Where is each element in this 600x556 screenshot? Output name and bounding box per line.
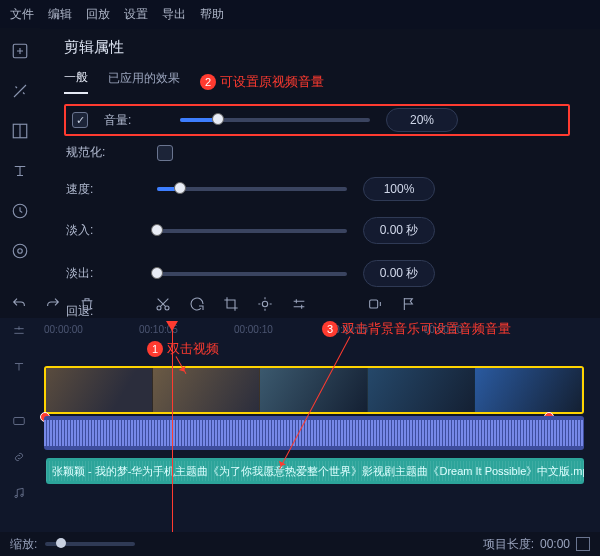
volume-label: 音量:	[104, 112, 164, 129]
redo-icon[interactable]	[44, 295, 62, 313]
zoom-label: 缩放:	[10, 536, 37, 553]
ruler-tick: 00:00:10	[234, 324, 273, 335]
music-track: 张颖颖 - 我的梦-华为手机主题曲《为了你我愿意热爱整个世界》影视剧主题曲《Dr…	[40, 458, 594, 484]
clock-icon[interactable]	[9, 200, 31, 222]
annotation-2-badge: 2	[200, 74, 216, 90]
svg-rect-9	[14, 418, 25, 425]
color-adjust-icon[interactable]	[256, 295, 274, 313]
transition-icon[interactable]	[9, 120, 31, 142]
panel-title: 剪辑属性	[64, 38, 570, 57]
marker-icon[interactable]	[400, 295, 418, 313]
volume-checkbox[interactable]	[72, 112, 88, 128]
timeline: 00:00:00 00:10:05 00:00:10 00:00:15 00:0…	[0, 318, 600, 532]
annotation-1: 1双击视频	[147, 340, 219, 358]
cut-icon[interactable]	[154, 295, 172, 313]
fade-out-label: 淡出:	[66, 265, 141, 282]
more-tools-icon[interactable]	[9, 240, 31, 262]
record-icon[interactable]	[366, 295, 384, 313]
menu-bar: 文件 编辑 回放 设置 导出 帮助	[0, 0, 600, 29]
speed-value[interactable]: 100%	[363, 177, 435, 201]
volume-value[interactable]: 20%	[386, 108, 458, 132]
timeline-toolbar	[10, 290, 590, 318]
delete-icon[interactable]	[78, 295, 96, 313]
zoom-slider[interactable]	[45, 542, 135, 546]
link-track-icon[interactable]	[12, 450, 28, 466]
fit-timeline-icon[interactable]	[576, 537, 590, 551]
music-track-icon[interactable]	[12, 486, 28, 502]
svg-rect-8	[370, 300, 378, 308]
speed-slider[interactable]	[157, 187, 347, 191]
add-track-icon[interactable]	[12, 324, 28, 340]
volume-slider[interactable]	[180, 118, 370, 122]
fade-in-value[interactable]: 0.00 秒	[363, 217, 435, 244]
tab-applied-effects[interactable]: 已应用的效果	[108, 70, 180, 93]
add-media-icon[interactable]	[9, 40, 31, 62]
clip-properties-panel: 剪辑属性 一般 已应用的效果 2可设置原视频音量 音量: 20% 规范化: 速度…	[40, 28, 594, 283]
undo-icon[interactable]	[10, 295, 28, 313]
tab-general[interactable]: 一般	[64, 69, 88, 94]
ruler-tick: 00:00:00	[44, 324, 83, 335]
speed-label: 速度:	[66, 181, 141, 198]
svg-point-10	[15, 495, 17, 497]
volume-row-highlight: 音量: 20%	[64, 104, 570, 136]
annotation-3-badge: 3	[322, 321, 338, 337]
linked-audio-clip[interactable]	[44, 416, 584, 450]
music-clip[interactable]: 张颖颖 - 我的梦-华为手机主题曲《为了你我愿意热爱整个世界》影视剧主题曲《Dr…	[46, 458, 584, 484]
video-track	[40, 366, 594, 414]
normalize-checkbox[interactable]	[157, 145, 173, 161]
magic-icon[interactable]	[9, 80, 31, 102]
track-header-column	[0, 318, 40, 532]
annotation-2: 2可设置原视频音量	[200, 73, 324, 91]
annotation-3: 3双击背景音乐可设置音频音量	[322, 320, 511, 338]
project-length-label: 项目长度:	[483, 536, 534, 553]
menu-file[interactable]: 文件	[10, 6, 34, 23]
crop-icon[interactable]	[222, 295, 240, 313]
annotation-1-badge: 1	[147, 341, 163, 357]
video-track-icon[interactable]	[12, 414, 28, 430]
normalize-label: 规范化:	[66, 144, 141, 161]
menu-export[interactable]: 导出	[162, 6, 186, 23]
svg-point-4	[13, 244, 27, 258]
menu-help[interactable]: 帮助	[200, 6, 224, 23]
text-icon[interactable]	[9, 160, 31, 182]
video-clip[interactable]	[44, 366, 584, 414]
playhead[interactable]	[172, 322, 173, 532]
svg-point-7	[262, 301, 267, 306]
music-clip-label: 张颖颖 - 我的梦-华为手机主题曲《为了你我愿意热爱整个世界》影视剧主题曲《Dr…	[52, 464, 584, 479]
rotate-icon[interactable]	[188, 295, 206, 313]
text-track-icon[interactable]	[12, 360, 28, 376]
menu-edit[interactable]: 编辑	[48, 6, 72, 23]
sliders-icon[interactable]	[290, 295, 308, 313]
fade-in-slider[interactable]	[157, 229, 347, 233]
project-length-value: 00:00	[540, 537, 570, 551]
bottom-bar: 缩放: 项目长度: 00:00	[0, 532, 600, 556]
menu-playback[interactable]: 回放	[86, 6, 110, 23]
linked-audio-track	[40, 416, 594, 450]
menu-settings[interactable]: 设置	[124, 6, 148, 23]
svg-point-11	[21, 494, 23, 496]
fade-out-value[interactable]: 0.00 秒	[363, 260, 435, 287]
fade-in-label: 淡入:	[66, 222, 141, 239]
fade-out-slider[interactable]	[157, 272, 347, 276]
svg-point-3	[18, 249, 23, 254]
left-toolbar	[0, 28, 40, 288]
